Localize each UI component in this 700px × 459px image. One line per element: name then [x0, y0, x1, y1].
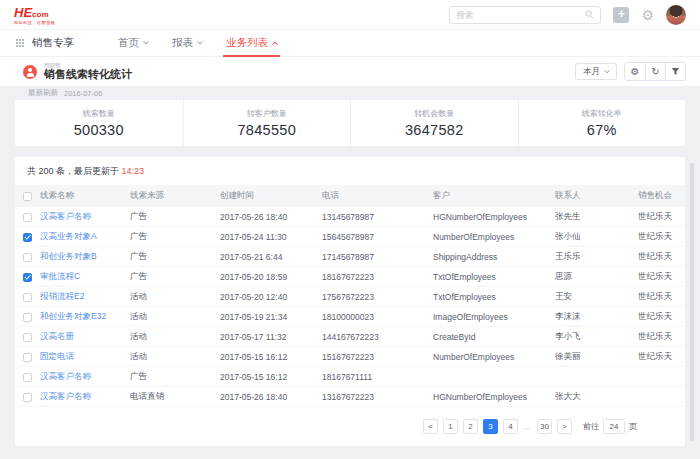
created-time-cell: 2017-05-20 18:59: [220, 272, 322, 282]
lead-name-link[interactable]: 汉高业务对象A: [40, 231, 130, 243]
phone-cell: 18100000023: [322, 312, 433, 322]
goto-label: 前往: [583, 421, 599, 432]
logo: HEcom 和创科技，红圈营销: [14, 4, 55, 25]
row-checkbox-cell: [23, 211, 40, 221]
customer-cell: HGNumberOfEmployees: [433, 212, 555, 222]
stat-label: 转客户数量: [247, 108, 287, 119]
contact-cell: 王安: [555, 291, 638, 303]
lead-name-link[interactable]: 报销流程E2: [40, 291, 130, 303]
nav-item-home[interactable]: 首页: [118, 30, 148, 57]
stat-label: 转机会数量: [414, 108, 454, 119]
app-name: 销售专享: [32, 36, 74, 50]
summary-updated-time: 14:23: [122, 166, 145, 176]
row-checkbox[interactable]: [23, 373, 32, 382]
next-page-button[interactable]: >: [557, 419, 572, 434]
row-checkbox[interactable]: [23, 273, 32, 282]
row-checkbox[interactable]: [23, 213, 32, 222]
filter-button[interactable]: [665, 63, 685, 80]
row-checkbox[interactable]: [23, 313, 32, 322]
page-button-3[interactable]: 3: [483, 419, 498, 434]
lead-name-link[interactable]: 和创业务对象B: [40, 251, 130, 263]
search-input[interactable]: [456, 10, 585, 20]
row-checkbox[interactable]: [23, 253, 32, 262]
phone-cell: 13145678987: [322, 212, 433, 222]
user-avatar[interactable]: [666, 5, 686, 25]
stat-value: 3647582: [405, 122, 464, 138]
customer-cell: ShippingAddress: [433, 252, 555, 262]
opportunity-cell: 世纪乐天: [638, 231, 685, 243]
refresh-button[interactable]: ↻: [645, 63, 665, 80]
gear-icon: ⚙: [631, 66, 640, 77]
opportunity-cell: 世纪乐天: [638, 291, 685, 303]
row-checkbox-cell: [23, 311, 40, 321]
summary-text: 共 200 条，最后更新于: [27, 166, 122, 176]
created-time-cell: 2017-05-15 16:12: [220, 372, 322, 382]
lead-source-cell: 活动: [130, 291, 220, 303]
column-header: 创建时间: [220, 190, 322, 202]
lead-name-link[interactable]: 审批流程C: [40, 271, 130, 283]
row-checkbox[interactable]: [23, 393, 32, 402]
column-header: 客户: [433, 190, 555, 202]
prev-page-button[interactable]: <: [423, 419, 438, 434]
table-header: 线索名称线索来源创建时间电话客户联系人销售机会: [15, 185, 685, 207]
nav-item-reports[interactable]: 报表: [172, 30, 202, 57]
row-checkbox-cell: [23, 251, 40, 261]
lead-name-link[interactable]: 汉高客户名称: [40, 371, 130, 383]
chevron-up-icon: [272, 42, 278, 48]
stat-conversion-rate: 线索转化率 67%: [518, 100, 686, 146]
period-select[interactable]: 本月: [575, 63, 617, 80]
page-title-bar: 驾驶舱 销售线索转化统计 本月 ⚙ ↻: [0, 57, 700, 86]
lead-source-cell: 广告: [130, 211, 220, 223]
phone-cell: 15167672223: [322, 352, 433, 362]
stat-value: 67%: [587, 122, 617, 138]
page-button-4[interactable]: 4: [503, 419, 518, 434]
nav-item-label: 首页: [118, 36, 139, 50]
row-checkbox[interactable]: [23, 333, 32, 342]
nav-item-label: 业务列表: [226, 36, 268, 50]
leads-table-card: 共 200 条，最后更新于 14:23 线索名称线索来源创建时间电话客户联系人销…: [15, 157, 685, 446]
lead-name-link[interactable]: 汉高客户名称: [40, 211, 130, 223]
contact-cell: 张大大: [555, 391, 638, 403]
vertical-scrollbar-thumb[interactable]: [690, 163, 694, 441]
refresh-icon: ↻: [651, 66, 659, 77]
lead-name-link[interactable]: 固定电话: [40, 351, 130, 363]
global-search[interactable]: [449, 6, 601, 24]
created-time-cell: 2017-05-17 11:32: [220, 332, 322, 342]
lead-name-link[interactable]: 汉高客户名称: [40, 391, 130, 403]
filter-funnel-icon: [671, 67, 680, 76]
table-row: 汉高客户名称电话直销2017-05-26 18:4013167672223HGN…: [15, 387, 685, 407]
chevron-down-icon: [197, 39, 203, 45]
app-launcher-grid-icon[interactable]: [16, 39, 18, 41]
period-label: 本月: [583, 66, 600, 78]
nav-item-business-list[interactable]: 业务列表: [226, 30, 277, 57]
page-button-1[interactable]: 1: [443, 419, 458, 434]
table-row: 和创业务对象B广告2017-05-21 6:4417145678987Shipp…: [15, 247, 685, 267]
created-time-cell: 2017-05-24 11:30: [220, 232, 322, 242]
row-checkbox[interactable]: [23, 293, 32, 302]
add-button[interactable]: +: [613, 7, 629, 23]
row-checkbox[interactable]: [23, 233, 32, 242]
column-header: 线索名称: [40, 190, 130, 202]
chevron-down-icon: [604, 67, 610, 73]
page-button-30[interactable]: 30: [537, 419, 552, 434]
settings-gear-icon[interactable]: ⚙: [641, 8, 654, 22]
customer-cell: NumberOfEmployees: [433, 232, 555, 242]
contact-cell: 思源: [555, 271, 638, 283]
settings-button[interactable]: ⚙: [625, 63, 645, 80]
goto-page-input[interactable]: [603, 419, 625, 434]
row-checkbox[interactable]: [23, 353, 32, 362]
customer-cell: TxtOfEmployees: [433, 272, 555, 282]
page-button-2[interactable]: 2: [463, 419, 478, 434]
page-ellipsis: …: [523, 422, 532, 431]
table-row: 和创业务对象E32活动2017-05-19 21:3418100000023Im…: [15, 307, 685, 327]
stat-converted-opportunities: 转机会数量 3647582: [350, 100, 518, 146]
customer-cell: ImageOfEmployees: [433, 312, 555, 322]
phone-cell: 18167672223: [322, 272, 433, 282]
logo-com: com: [32, 10, 48, 19]
refresh-strip: 最新刷新 2016-07-06: [0, 86, 700, 100]
phone-cell: 17145678987: [322, 252, 433, 262]
lead-name-link[interactable]: 汉高名册: [40, 331, 130, 343]
lead-name-link[interactable]: 和创业务对象E32: [40, 311, 130, 323]
select-all-checkbox[interactable]: [23, 192, 32, 201]
contact-cell: 张先生: [555, 211, 638, 223]
